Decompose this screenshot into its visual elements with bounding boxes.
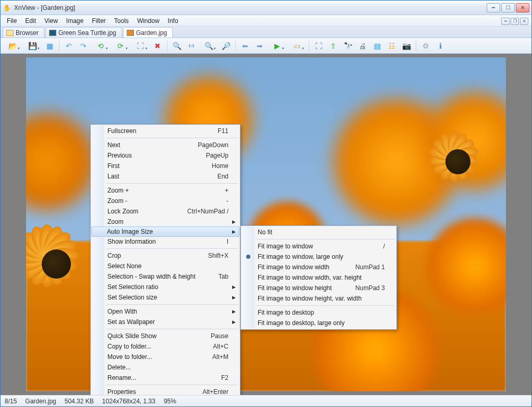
menu-info[interactable]: Info (164, 16, 183, 26)
export-button[interactable]: ⇪ (327, 40, 340, 52)
ctx-fit-no-fit[interactable]: No fit (242, 227, 395, 237)
zoom-fit-button[interactable]: 🔍 (200, 40, 217, 52)
redo-icon: ↷ (80, 42, 87, 50)
fullscreen-button[interactable]: ⛶ (312, 40, 325, 52)
ctx-first[interactable]: FirstHome (92, 161, 239, 171)
ctx-copy-to-folder[interactable]: Copy to folder...Alt+C (92, 341, 239, 352)
ctx-next[interactable]: NextPageDown (92, 140, 239, 150)
rotate-right-icon: ⟳ (117, 42, 124, 50)
ctx-fit-fit-image-to-window-width[interactable]: Fit image to window widthNumPad 1 (242, 262, 395, 272)
ctx-fit-fit-image-to-window[interactable]: Fit image to window/ (242, 241, 395, 252)
resize-button[interactable]: ⛶ (131, 40, 149, 52)
ctx-last[interactable]: LastEnd (92, 171, 239, 182)
ctx-fit-fit-image-to-desktop-large-only[interactable]: Fit image to desktop, large only (242, 318, 395, 328)
menu-filter[interactable]: Filter (88, 16, 110, 26)
menu-separator (106, 248, 238, 249)
rotate-right-button[interactable]: ⟳ (112, 40, 129, 52)
menu-file[interactable]: File (3, 16, 21, 26)
menu-item-label: Zoom + (107, 187, 225, 194)
menu-item-label: Set as Wallpaper (107, 318, 228, 326)
mdi-minimize-button[interactable]: ━ (501, 18, 510, 25)
maximize-button[interactable]: ☐ (501, 3, 515, 13)
rotate-left-button[interactable]: ⟲ (92, 40, 110, 52)
next-button[interactable]: ➡ (253, 40, 266, 52)
print-button[interactable]: 🖨 (356, 40, 369, 52)
zoom-out-button[interactable]: 🔎 (220, 40, 232, 52)
mdi-restore-button[interactable]: ❐ (511, 18, 519, 25)
zoom-100-button[interactable]: 1:1 (185, 40, 198, 52)
ctx-auto-image-size[interactable]: Auto Image Size▶ (91, 226, 239, 237)
ctx-zoom[interactable]: Zoom -- (92, 196, 239, 206)
fit-button[interactable]: ▭ (288, 40, 306, 52)
zoom-100-icon: 1:1 (188, 43, 195, 48)
tab-green-sea-turtle-jpg[interactable]: Green Sea Turtle.jpg (45, 27, 122, 38)
ctx-set-selection-size[interactable]: Set Selection size▶ (92, 292, 239, 303)
ctx-set-as-wallpaper[interactable]: Set as Wallpaper▶ (92, 317, 239, 327)
tab-label: Garden.jpg (136, 29, 167, 37)
ctx-crop[interactable]: CropShift+X (92, 250, 239, 261)
ctx-delete[interactable]: Delete... (92, 362, 239, 373)
context-menu[interactable]: FullscreenF11NextPageDownPreviousPageUpF… (90, 124, 240, 395)
menu-item-label: Fit image to window height (258, 284, 355, 292)
context-submenu-auto-image-size[interactable]: No fitFit image to window/Fit image to w… (240, 225, 397, 330)
zoom-in-button[interactable]: 🔍 (171, 40, 183, 52)
close-button[interactable]: ✕ (516, 3, 529, 13)
ctx-fullscreen[interactable]: FullscreenF11 (92, 126, 239, 136)
menu-window[interactable]: Window (133, 16, 164, 26)
menu-item-shortcut: Shift+X (208, 252, 228, 259)
menu-item-shortcut: NumPad 1 (355, 264, 385, 271)
redo-button[interactable]: ↷ (77, 40, 90, 52)
ctx-quick-slide-show[interactable]: Quick Slide ShowPause (92, 331, 239, 341)
ctx-rename[interactable]: Rename...F2 (92, 373, 239, 383)
open-button[interactable]: 📂 (4, 40, 21, 52)
delete-button[interactable]: ✖ (151, 40, 164, 52)
ctx-move-to-folder[interactable]: Move to folder...Alt+M (92, 352, 239, 362)
menu-item-label: Fit image to window, large only (258, 253, 385, 260)
ctx-lock-zoom[interactable]: Lock ZoomCtrl+NumPad / (92, 206, 239, 217)
menu-item-shortcut: Home (212, 162, 228, 170)
ctx-open-with[interactable]: Open With▶ (92, 306, 239, 317)
tabbar: BrowserGreen Sea Turtle.jpgGarden.jpg (1, 27, 531, 38)
info-button[interactable]: ℹ (434, 40, 446, 52)
scanner-button[interactable]: ▤ (371, 40, 383, 52)
ctx-fit-fit-image-to-window-height-var-width[interactable]: Fit image to window height, var. width (242, 293, 395, 304)
ctx-previous[interactable]: PreviousPageUp (92, 150, 239, 161)
tab-garden-jpg[interactable]: Garden.jpg (123, 27, 173, 38)
browser-button[interactable]: ▦ (43, 40, 56, 52)
image-viewport[interactable]: FullscreenF11NextPageDownPreviousPageUpF… (1, 54, 531, 395)
slideshow-button[interactable]: ▶ (268, 40, 286, 52)
ctx-zoom[interactable]: Zoom▶ (92, 217, 239, 227)
radio-checked-icon (246, 255, 250, 259)
menu-image[interactable]: Image (62, 16, 88, 26)
save-button[interactable]: 💾 (23, 40, 41, 52)
mdi-close-button[interactable]: ✕ (520, 18, 528, 25)
toolbar-separator (59, 40, 59, 52)
menu-item-shortcut: Pause (211, 332, 228, 340)
ctx-fit-fit-image-to-window-large-only[interactable]: Fit image to window, large only (242, 252, 395, 262)
fit-icon: ▭ (294, 42, 300, 50)
settings-button[interactable]: ⚙ (419, 40, 432, 52)
ctx-selection-swap-width-height[interactable]: Selection - Swap width & heightTab (92, 271, 239, 282)
undo-button[interactable]: ↶ (63, 40, 75, 52)
menu-tools[interactable]: Tools (110, 16, 133, 26)
ctx-select-none[interactable]: Select None (92, 261, 239, 271)
ctx-fit-fit-image-to-desktop[interactable]: Fit image to desktop (242, 307, 395, 318)
compare-button[interactable]: ☷ (385, 40, 398, 52)
capture-button[interactable]: 📷 (400, 40, 413, 52)
info-icon: ℹ (439, 42, 442, 50)
ctx-fit-fit-image-to-window-width-var-height[interactable]: Fit image to window width, var. height (242, 272, 395, 283)
menu-item-label: Open With (107, 308, 228, 315)
prev-button[interactable]: ⬅ (239, 40, 251, 52)
ctx-zoom[interactable]: Zoom ++ (92, 185, 239, 196)
search-button[interactable]: 🔭 (342, 40, 354, 52)
menu-item-label: Set Selection ratio (107, 283, 228, 291)
ctx-show-information[interactable]: Show informationI (92, 236, 239, 247)
menu-view[interactable]: View (40, 16, 62, 26)
minimize-button[interactable]: ━ (487, 3, 500, 13)
menu-item-shortcut: F2 (221, 374, 228, 381)
tab-browser[interactable]: Browser (3, 27, 44, 38)
menu-edit[interactable]: Edit (21, 16, 40, 26)
ctx-fit-fit-image-to-window-height[interactable]: Fit image to window heightNumPad 3 (242, 283, 395, 293)
ctx-properties[interactable]: PropertiesAlt+Enter (92, 387, 239, 395)
ctx-set-selection-ratio[interactable]: Set Selection ratio▶ (92, 282, 239, 292)
